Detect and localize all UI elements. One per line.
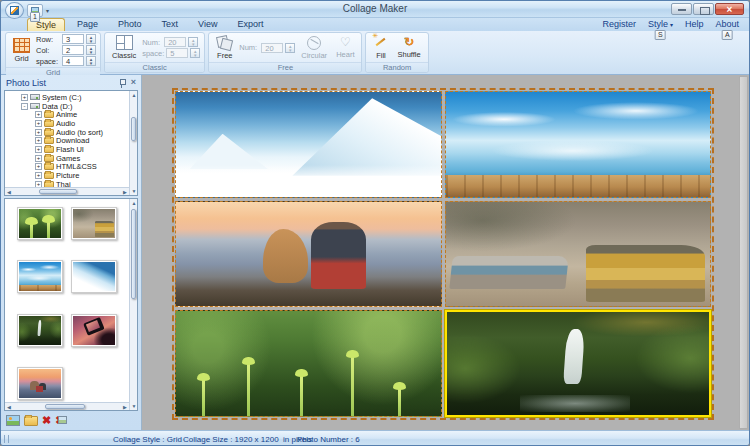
panel-close-icon[interactable]: × [131, 78, 136, 87]
expand-icon[interactable]: + [35, 137, 42, 144]
expand-icon[interactable]: + [35, 163, 42, 170]
thumbnail-waterfall[interactable] [17, 314, 63, 347]
collage-cell-snowy-mountain[interactable] [175, 91, 442, 198]
tree-item-data-d[interactable]: -Data (D:) [6, 102, 128, 111]
photo-list-toolbar: ✖ ✖ [4, 411, 138, 428]
fill-button[interactable]: Fill [370, 34, 391, 61]
tree-item-picture[interactable]: +Picture [6, 171, 128, 180]
tab-view[interactable]: View [190, 18, 225, 31]
scroll-left-icon[interactable]: ◀ [5, 403, 13, 411]
minimize-button[interactable] [671, 3, 692, 15]
thumbnails-horizontal-scrollbar[interactable]: ◀ ▶ [5, 402, 129, 410]
style-keytip: S [655, 30, 666, 40]
collage-cell-waterfall-selected[interactable] [445, 310, 712, 417]
thumbnail-phone-sunset[interactable] [71, 314, 117, 347]
free-style-button[interactable]: Free [213, 34, 236, 61]
circular-style-button: Circular [298, 35, 330, 61]
qat-dropdown-icon[interactable]: ▾ [46, 7, 49, 14]
delete-photo-icon[interactable]: ✖ [42, 415, 51, 426]
expand-icon[interactable]: + [35, 129, 42, 136]
collage-cell-green-sprouts[interactable] [175, 310, 442, 417]
collapse-icon[interactable]: - [21, 103, 28, 110]
scrollbar-thumb[interactable] [39, 189, 77, 194]
grid-space-input[interactable]: 4 [62, 56, 84, 66]
expand-icon[interactable]: + [35, 146, 42, 153]
thumbnail-list: ▲ ▼ ◀ ▶ [4, 198, 138, 411]
classic-style-button[interactable]: Classic [109, 34, 139, 61]
thumbnail-green-sprouts[interactable] [17, 207, 63, 240]
col-count-input[interactable]: 2 [62, 45, 84, 55]
qat-new-collage-button[interactable]: 1 [27, 4, 43, 17]
tree-item-download[interactable]: +Download [6, 136, 128, 145]
tree-horizontal-scrollbar[interactable]: ◀ ▶ [5, 187, 129, 195]
shuffle-button[interactable]: ↻ Shuffle [394, 35, 423, 60]
tree-item-flash-ui[interactable]: +Flash UI [6, 145, 128, 154]
collage-cell-rusty-trucks[interactable] [445, 201, 712, 308]
tree-item-audio-to-sort[interactable]: +Audio (to sort) [6, 128, 128, 137]
row-count-input[interactable]: 3 [62, 34, 84, 44]
scroll-down-icon[interactable]: ▼ [130, 187, 138, 195]
yellow-truck [586, 245, 705, 303]
maximize-button[interactable] [693, 3, 714, 15]
style-menu[interactable]: Style▾ S [648, 19, 673, 29]
thumbnails-vertical-scrollbar[interactable]: ▲ ▼ [129, 199, 137, 410]
scroll-right-icon[interactable]: ▶ [121, 188, 129, 196]
collage-cell-man-with-dog[interactable] [175, 201, 442, 308]
drive-icon [30, 103, 40, 109]
expand-icon[interactable]: + [35, 172, 42, 179]
collage-cell-lake-and-dock[interactable] [445, 91, 712, 198]
col-count-spinner[interactable]: ▴▾ [86, 45, 96, 55]
scroll-left-icon[interactable]: ◀ [5, 188, 13, 196]
tree-item-games[interactable]: +Games [6, 154, 128, 163]
scroll-up-icon[interactable]: ▲ [130, 91, 138, 99]
tab-page[interactable]: Page [69, 18, 106, 31]
scroll-right-icon[interactable]: ▶ [121, 403, 129, 411]
about-link[interactable]: About A [715, 19, 739, 29]
row-count-spinner[interactable]: ▴▾ [86, 34, 96, 44]
status-collage-style: Collage Style : Grid [113, 435, 182, 444]
tab-export[interactable]: Export [229, 18, 271, 31]
tree-item-anime[interactable]: +Anime [6, 110, 128, 119]
help-link[interactable]: Help [685, 19, 704, 29]
folder-icon [44, 137, 54, 144]
close-button[interactable]: × [715, 3, 744, 15]
grid-space-spinner[interactable]: ▴▾ [86, 56, 96, 66]
collage-canvas [141, 75, 749, 430]
expand-icon[interactable]: + [35, 155, 42, 162]
scroll-up-icon[interactable]: ▲ [130, 199, 138, 207]
scrollbar-thumb[interactable] [131, 209, 136, 299]
ribbon-group-random: Fill ↻ Shuffle Random [365, 32, 428, 73]
thumbnail-lake-and-dock[interactable] [17, 260, 63, 293]
tree-vertical-scrollbar[interactable]: ▲ ▼ [129, 91, 137, 195]
scrollbar-thumb[interactable] [45, 404, 85, 409]
about-keytip: A [722, 30, 733, 40]
mountain-peak [292, 98, 441, 175]
pin-icon[interactable] [118, 78, 126, 88]
scrollbar-thumb[interactable] [131, 117, 136, 141]
grid-space-field: space: 4 ▴▾ [36, 56, 96, 66]
expand-icon[interactable]: + [21, 94, 28, 101]
expand-icon[interactable]: + [35, 111, 42, 118]
add-photo-icon[interactable] [6, 415, 20, 426]
tree-item-audio[interactable]: +Audio [6, 119, 128, 128]
expand-icon[interactable]: + [35, 120, 42, 127]
thumbnail-couple-with-dog[interactable] [17, 367, 63, 400]
scroll-down-icon[interactable]: ▼ [130, 402, 138, 410]
canvas-vertical-scrollbar[interactable] [739, 76, 748, 429]
status-bar: Collage Style : Grid Collage Size : 1920… [1, 430, 749, 446]
register-link[interactable]: Register [602, 19, 636, 29]
app-menu-button[interactable] [5, 2, 24, 19]
thumbnail-rusty-truck[interactable] [71, 207, 117, 240]
tab-photo[interactable]: Photo [110, 18, 150, 31]
thumbnail-snowy-slope[interactable] [71, 260, 117, 293]
ribbon: Grid Row: 3 ▴▾ Col: 2 ▴▾ space: [1, 31, 749, 75]
collage-grid[interactable] [172, 88, 714, 420]
tree-item-system-c[interactable]: +System (C:) [6, 93, 128, 102]
free-num-spinner: ▴▾ [285, 43, 295, 53]
panel-splitter-grip[interactable] [4, 435, 9, 443]
delete-all-icon[interactable]: ✖ [55, 415, 64, 426]
grid-style-button[interactable]: Grid [10, 37, 33, 64]
tree-item-htmlcss[interactable]: +HTML&CSS [6, 163, 128, 172]
add-folder-icon[interactable] [24, 416, 38, 426]
tab-text[interactable]: Text [154, 18, 187, 31]
